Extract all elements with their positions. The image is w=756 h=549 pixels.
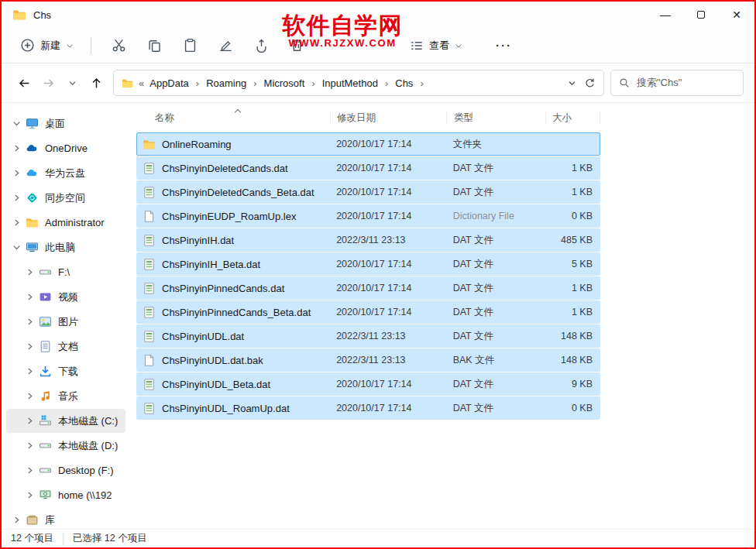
new-button[interactable]: 新建 [12, 33, 81, 58]
breadcrumb-item[interactable]: Chs [394, 76, 429, 91]
sidebar-item-label: Desktop (F:) [58, 465, 114, 476]
sidebar-item-local-disk-c[interactable]: 本地磁盘 (C:) [6, 409, 125, 433]
OnlineRoaming[interactable]: OnlineRoaming 2020/10/17 17:14 文件夹 [136, 132, 600, 156]
sidebar-item-downloads[interactable]: 下载 [6, 359, 125, 383]
close-button[interactable]: ✕ [719, 2, 754, 28]
ChsPinyinDeletedCands.dat[interactable]: ChsPinyinDeletedCands.dat 2020/10/17 17:… [136, 156, 600, 180]
navigation-pane: 桌面 OneDrive 华为云盘 同步空间 [2, 103, 130, 529]
chevron-right-icon[interactable] [12, 144, 21, 153]
ChsPinyinUDL.dat[interactable]: ChsPinyinUDL.dat 2022/3/11 23:13 DAT 文件 … [136, 324, 600, 348]
toolbar-button-icon [147, 38, 162, 53]
column-header-name[interactable]: 名称 [136, 111, 330, 125]
breadcrumb-overflow[interactable]: « [139, 77, 144, 89]
breadcrumb-item[interactable]: InputMethod [321, 76, 395, 91]
sidebar-item-music[interactable]: 音乐 [6, 384, 125, 408]
chevron-right-icon[interactable] [26, 392, 34, 400]
chevron-right-icon[interactable] [12, 169, 21, 177]
ChsPinyinPinnedCands_Beta.dat[interactable]: ChsPinyinPinnedCands_Beta.dat 2020/10/17… [136, 300, 600, 324]
chevron-right-icon[interactable] [12, 243, 21, 252]
file-icon [143, 162, 156, 175]
forward-button[interactable] [36, 71, 60, 95]
chevron-right-icon[interactable] [12, 516, 21, 524]
ChsPinyinUDL_RoamUp.dat[interactable]: ChsPinyinUDL_RoamUp.dat 2020/10/17 17:14… [136, 396, 600, 420]
ChsPinyinDeletedCands_Beta.dat[interactable]: ChsPinyinDeletedCands_Beta.dat 2020/10/1… [136, 180, 600, 204]
sidebar-item-onedrive[interactable]: OneDrive [6, 136, 125, 160]
chevron-right-icon[interactable] [12, 119, 21, 128]
chevron-right-icon[interactable] [26, 317, 34, 326]
share-button[interactable] [243, 32, 279, 60]
chevron-right-icon[interactable] [12, 218, 21, 227]
rename-button[interactable] [208, 32, 243, 60]
chevron-right-icon[interactable] [26, 293, 34, 301]
sidebar-item-home-share[interactable]: home (\\192 [6, 483, 125, 507]
status-divider [63, 534, 64, 544]
file-name: ChsPinyinDeletedCands_Beta.dat [162, 187, 314, 198]
ChsPinyinIH_Beta.dat[interactable]: ChsPinyinIH_Beta.dat 2020/10/17 17:14 DA… [136, 252, 600, 276]
chevron-right-icon[interactable] [26, 417, 34, 425]
file-icon [143, 210, 156, 223]
main-area: 桌面 OneDrive 华为云盘 同步空间 [2, 102, 754, 529]
ChsPinyinEUDP_RoamUp.lex[interactable]: ChsPinyinEUDP_RoamUp.lex 2020/10/17 17:1… [136, 204, 600, 228]
sidebar-item-icon [26, 142, 39, 155]
sidebar-item-icon [39, 266, 52, 279]
breadcrumb-item[interactable]: AppData [149, 76, 205, 91]
sidebar-item-label: Administrator [45, 217, 105, 228]
up-button[interactable] [84, 71, 108, 95]
paste-button[interactable] [172, 32, 208, 60]
maximize-button[interactable] [683, 2, 719, 28]
refresh-icon[interactable] [584, 77, 596, 89]
sidebar-item-drive-f[interactable]: F:\ [6, 260, 125, 284]
sidebar-item-videos[interactable]: 视频 [6, 285, 125, 309]
more-options-button[interactable]: ··· [490, 36, 518, 55]
file-size: 148 KB [545, 355, 600, 365]
file-size: 1 KB [545, 163, 600, 173]
sidebar-item-desktop[interactable]: 桌面 [6, 112, 125, 136]
sidebar-item-documents[interactable]: 文档 [6, 335, 125, 359]
sidebar-item-label: 音乐 [58, 389, 78, 403]
explorer-window: Chs — ✕ 新建 [0, 0, 756, 549]
chevron-right-icon[interactable] [26, 342, 34, 351]
chevron-right-icon[interactable] [26, 466, 34, 475]
recent-locations-button[interactable] [60, 71, 84, 95]
ChsPinyinUDL_Beta.dat[interactable]: ChsPinyinUDL_Beta.dat 2020/10/17 17:14 D… [136, 372, 600, 396]
file-size: 0 KB [545, 403, 600, 413]
back-button[interactable] [12, 71, 36, 95]
file-name: ChsPinyinUDL.dat.bak [162, 355, 263, 366]
chevron-down-icon [66, 42, 74, 50]
sidebar-item-local-disk-d[interactable]: 本地磁盘 (D:) [6, 434, 125, 458]
breadcrumb-item[interactable]: Roaming [205, 76, 263, 91]
sidebar-item-pictures[interactable]: 图片 [6, 310, 125, 334]
sidebar-item-desktop-f[interactable]: Desktop (F:) [6, 458, 125, 482]
copy-button[interactable] [136, 32, 172, 60]
delete-button[interactable] [279, 32, 314, 60]
sidebar-item-this-pc[interactable]: 此电脑 [6, 235, 125, 259]
sidebar-item-huawei-cloud[interactable]: 华为云盘 [6, 161, 125, 185]
sidebar-item-sync-space[interactable]: 同步空间 [6, 186, 125, 210]
chevron-right-icon[interactable] [26, 491, 34, 499]
sidebar-item-libraries[interactable]: 库 [6, 508, 125, 529]
minimize-button[interactable]: — [648, 2, 683, 28]
file-name-cell: ChsPinyinDeletedCands.dat [137, 162, 330, 175]
cut-button[interactable] [101, 32, 136, 60]
breadcrumb-item[interactable]: Microsoft [263, 76, 321, 91]
chevron-right-icon[interactable] [12, 194, 21, 202]
sidebar-item-administrator[interactable]: Administrator [6, 211, 125, 235]
status-bar: 12 个项目 已选择 12 个项目 [2, 529, 754, 547]
address-bar[interactable]: « AppData Roaming Microsoft InputMethod … [113, 70, 604, 96]
file-name-cell: ChsPinyinUDL.dat.bak [137, 354, 330, 367]
chevron-right-icon[interactable] [26, 367, 34, 376]
column-header-type[interactable]: 类型 [446, 111, 545, 125]
ChsPinyinPinnedCands.dat[interactable]: ChsPinyinPinnedCands.dat 2020/10/17 17:1… [136, 276, 600, 300]
address-dropdown-icon[interactable] [568, 79, 576, 87]
sort-ascending-icon [235, 108, 242, 115]
view-button[interactable]: 查看 [403, 33, 469, 58]
ChsPinyinUDL.dat.bak[interactable]: ChsPinyinUDL.dat.bak 2022/3/11 23:13 BAK… [136, 348, 600, 372]
sidebar-item-label: 视频 [58, 290, 78, 304]
search-box[interactable]: 搜索"Chs" [610, 70, 744, 96]
chevron-right-icon[interactable] [26, 268, 34, 276]
column-header-size[interactable]: 大小 [545, 111, 600, 125]
chevron-right-icon[interactable] [26, 441, 34, 450]
breadcrumb-label: Roaming [205, 76, 247, 91]
column-header-date[interactable]: 修改日期 [330, 111, 446, 125]
ChsPinyinIH.dat[interactable]: ChsPinyinIH.dat 2022/3/11 23:13 DAT 文件 4… [136, 228, 600, 252]
